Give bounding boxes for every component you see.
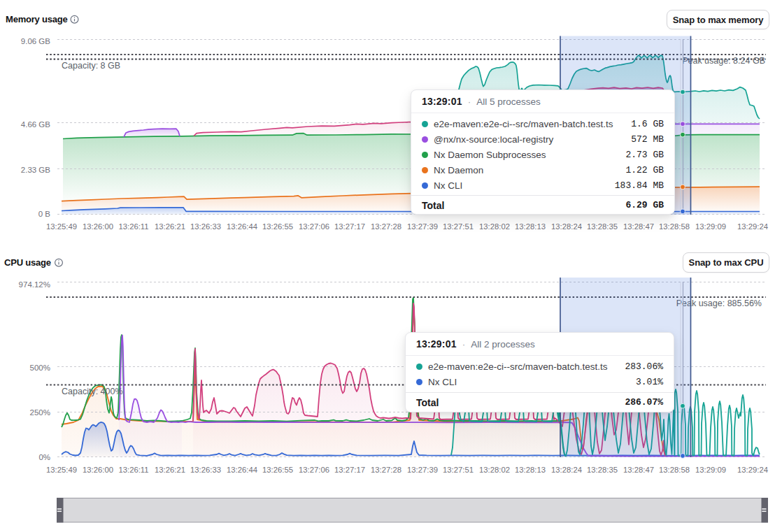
svg-text:13:28:24: 13:28:24: [551, 466, 582, 474]
svg-text:13:26:00: 13:26:00: [83, 222, 113, 231]
svg-text:0 B: 0 B: [38, 210, 51, 218]
svg-text:13:26:11: 13:26:11: [118, 222, 148, 231]
svg-text:13:26:44: 13:26:44: [227, 466, 257, 474]
svg-text:13:28:35: 13:28:35: [587, 222, 618, 231]
svg-text:974.12%: 974.12%: [19, 280, 50, 289]
svg-text:13:26:55: 13:26:55: [262, 222, 293, 231]
svg-text:13:28:58: 13:28:58: [659, 466, 690, 474]
svg-text:13:25:49: 13:25:49: [46, 222, 77, 231]
svg-text:13:26:33: 13:26:33: [190, 466, 221, 474]
svg-text:Peak usage: 8.24 GB: Peak usage: 8.24 GB: [682, 56, 765, 66]
svg-text:13:26:44: 13:26:44: [227, 222, 257, 231]
svg-text:13:26:21: 13:26:21: [155, 466, 185, 474]
svg-text:Capacity: 8 GB: Capacity: 8 GB: [62, 61, 120, 71]
svg-text:4.66 GB: 4.66 GB: [21, 120, 51, 129]
svg-text:13:26:00: 13:26:00: [83, 466, 113, 474]
svg-text:13:28:24: 13:28:24: [551, 222, 582, 231]
svg-text:13:27:39: 13:27:39: [407, 222, 438, 231]
svg-text:13:29:09: 13:29:09: [695, 466, 726, 474]
svg-text:13:28:47: 13:28:47: [623, 222, 654, 231]
svg-text:13:28:02: 13:28:02: [479, 466, 510, 474]
svg-text:13:27:28: 13:27:28: [371, 466, 401, 474]
svg-text:13:25:49: 13:25:49: [46, 466, 77, 474]
svg-text:13:29:09: 13:29:09: [695, 222, 726, 231]
svg-text:13:26:33: 13:26:33: [190, 222, 221, 231]
svg-text:0%: 0%: [38, 453, 50, 461]
svg-text:500%: 500%: [30, 364, 50, 372]
svg-text:13:27:28: 13:27:28: [371, 222, 401, 231]
svg-text:13:28:02: 13:28:02: [479, 222, 510, 231]
svg-text:13:27:17: 13:27:17: [334, 222, 365, 231]
svg-text:2.33 GB: 2.33 GB: [21, 166, 51, 174]
svg-text:13:28:47: 13:28:47: [623, 466, 654, 474]
svg-text:13:27:51: 13:27:51: [443, 466, 474, 474]
svg-text:13:27:06: 13:27:06: [299, 222, 329, 231]
svg-text:13:27:51: 13:27:51: [443, 222, 474, 231]
svg-text:13:28:58: 13:28:58: [659, 222, 690, 231]
svg-text:13:28:13: 13:28:13: [515, 466, 546, 474]
svg-text:13:26:21: 13:26:21: [155, 222, 185, 231]
svg-text:13:28:35: 13:28:35: [587, 466, 618, 474]
svg-text:250%: 250%: [30, 408, 50, 417]
svg-text:Capacity: 400%: Capacity: 400%: [62, 387, 123, 396]
svg-text:13:27:17: 13:27:17: [334, 466, 365, 474]
svg-text:13:26:11: 13:26:11: [118, 466, 148, 474]
svg-text:9.06 GB: 9.06 GB: [21, 37, 51, 45]
svg-text:13:26:55: 13:26:55: [262, 466, 293, 474]
svg-text:13:29:24: 13:29:24: [737, 222, 768, 231]
svg-text:13:27:39: 13:27:39: [407, 466, 438, 474]
svg-text:13:28:13: 13:28:13: [515, 222, 546, 231]
svg-text:13:29:24: 13:29:24: [737, 466, 768, 474]
svg-text:13:27:06: 13:27:06: [299, 466, 329, 474]
